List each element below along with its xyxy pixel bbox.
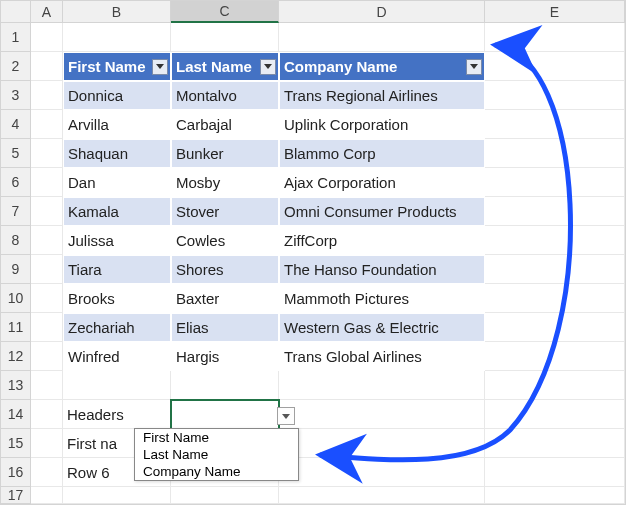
cell-E4[interactable]	[485, 110, 625, 139]
row-header-2[interactable]: 2	[1, 52, 31, 81]
table-cell[interactable]: Winfred	[63, 342, 171, 371]
table-cell[interactable]: Stover	[171, 197, 279, 226]
cell-E10[interactable]	[485, 284, 625, 313]
cell-E12[interactable]	[485, 342, 625, 371]
dropdown-option[interactable]: Company Name	[135, 463, 298, 480]
row-header-10[interactable]: 10	[1, 284, 31, 313]
cell-A4[interactable]	[31, 110, 63, 139]
table-cell[interactable]: Kamala	[63, 197, 171, 226]
cell-A15[interactable]	[31, 429, 63, 458]
table-cell[interactable]: Dan	[63, 168, 171, 197]
table-header-firstname[interactable]: First Name	[63, 52, 171, 81]
row-header-14[interactable]: 14	[1, 400, 31, 429]
table-cell[interactable]: Trans Global Airlines	[279, 342, 485, 371]
table-cell[interactable]: Hargis	[171, 342, 279, 371]
table-cell[interactable]: Baxter	[171, 284, 279, 313]
cell-B13[interactable]	[63, 371, 171, 400]
table-cell[interactable]: The Hanso Foundation	[279, 255, 485, 284]
cell-A11[interactable]	[31, 313, 63, 342]
table-cell[interactable]: Trans Regional Airlines	[279, 81, 485, 110]
cell-E14[interactable]	[485, 400, 625, 429]
cell-C13[interactable]	[171, 371, 279, 400]
table-cell[interactable]: Brooks	[63, 284, 171, 313]
dropdown-option[interactable]: First Name	[135, 429, 298, 446]
cell-E15[interactable]	[485, 429, 625, 458]
col-header-A[interactable]: A	[31, 1, 63, 23]
table-cell[interactable]: Bunker	[171, 139, 279, 168]
cell-C14[interactable]	[171, 400, 279, 429]
cell-A2[interactable]	[31, 52, 63, 81]
cell-A5[interactable]	[31, 139, 63, 168]
table-cell[interactable]: Cowles	[171, 226, 279, 255]
cell-E8[interactable]	[485, 226, 625, 255]
table-cell[interactable]: Zechariah	[63, 313, 171, 342]
cell-E7[interactable]	[485, 197, 625, 226]
cell-B1[interactable]	[63, 23, 171, 52]
cell-D15[interactable]	[279, 429, 485, 458]
table-cell[interactable]: Arvilla	[63, 110, 171, 139]
cell-E3[interactable]	[485, 81, 625, 110]
cell-A10[interactable]	[31, 284, 63, 313]
row-header-8[interactable]: 8	[1, 226, 31, 255]
cell-E16[interactable]	[485, 458, 625, 487]
row-header-1[interactable]: 1	[1, 23, 31, 52]
row-header-12[interactable]: 12	[1, 342, 31, 371]
cell-A12[interactable]	[31, 342, 63, 371]
table-cell[interactable]: Shaquan	[63, 139, 171, 168]
row-header-6[interactable]: 6	[1, 168, 31, 197]
col-header-D[interactable]: D	[279, 1, 485, 23]
cell-E17[interactable]	[485, 487, 625, 504]
cell-B17[interactable]	[63, 487, 171, 504]
table-cell[interactable]: Mosby	[171, 168, 279, 197]
cell-B14[interactable]: Headers	[63, 400, 171, 429]
table-cell[interactable]: Omni Consumer Products	[279, 197, 485, 226]
cell-D16[interactable]	[279, 458, 485, 487]
cell-E13[interactable]	[485, 371, 625, 400]
table-cell[interactable]: Tiara	[63, 255, 171, 284]
data-validation-dropdown-list[interactable]: First Name Last Name Company Name	[134, 428, 299, 481]
table-cell[interactable]: ZiffCorp	[279, 226, 485, 255]
row-header-15[interactable]: 15	[1, 429, 31, 458]
table-cell[interactable]: Uplink Corporation	[279, 110, 485, 139]
table-cell[interactable]: Mammoth Pictures	[279, 284, 485, 313]
filter-dropdown-icon[interactable]	[152, 59, 168, 75]
col-header-C[interactable]: C	[171, 1, 279, 23]
cell-A7[interactable]	[31, 197, 63, 226]
cell-A3[interactable]	[31, 81, 63, 110]
row-header-13[interactable]: 13	[1, 371, 31, 400]
table-cell[interactable]: Carbajal	[171, 110, 279, 139]
cell-E9[interactable]	[485, 255, 625, 284]
select-all-corner[interactable]	[1, 1, 31, 23]
table-cell[interactable]: Blammo Corp	[279, 139, 485, 168]
row-header-3[interactable]: 3	[1, 81, 31, 110]
row-header-16[interactable]: 16	[1, 458, 31, 487]
filter-dropdown-icon[interactable]	[466, 59, 482, 75]
col-header-B[interactable]: B	[63, 1, 171, 23]
table-header-lastname[interactable]: Last Name	[171, 52, 279, 81]
cell-C1[interactable]	[171, 23, 279, 52]
cell-E6[interactable]	[485, 168, 625, 197]
cell-E5[interactable]	[485, 139, 625, 168]
table-header-company[interactable]: Company Name	[279, 52, 485, 81]
cell-E2[interactable]	[485, 52, 625, 81]
row-header-11[interactable]: 11	[1, 313, 31, 342]
table-cell[interactable]: Julissa	[63, 226, 171, 255]
cell-A1[interactable]	[31, 23, 63, 52]
table-cell[interactable]: Elias	[171, 313, 279, 342]
cell-C17[interactable]	[171, 487, 279, 504]
cell-A8[interactable]	[31, 226, 63, 255]
cell-A14[interactable]	[31, 400, 63, 429]
cell-A13[interactable]	[31, 371, 63, 400]
table-cell[interactable]: Ajax Corporation	[279, 168, 485, 197]
cell-E11[interactable]	[485, 313, 625, 342]
cell-A6[interactable]	[31, 168, 63, 197]
cell-D13[interactable]	[279, 371, 485, 400]
cell-A16[interactable]	[31, 458, 63, 487]
cell-A9[interactable]	[31, 255, 63, 284]
filter-dropdown-icon[interactable]	[260, 59, 276, 75]
row-header-17[interactable]: 17	[1, 487, 31, 504]
cell-D17[interactable]	[279, 487, 485, 504]
cell-A17[interactable]	[31, 487, 63, 504]
cell-D14[interactable]	[279, 400, 485, 429]
cell-D1[interactable]	[279, 23, 485, 52]
